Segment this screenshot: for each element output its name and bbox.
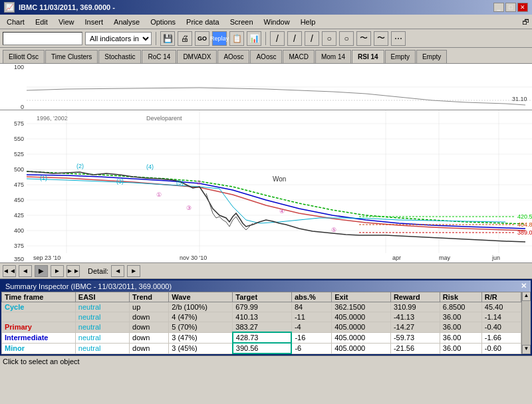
nav-prev[interactable]: ◄ (19, 265, 32, 277)
svg-text:375: 375 (14, 243, 24, 249)
menu-pricedata[interactable]: Price data (182, 17, 223, 27)
menu-view[interactable]: View (55, 17, 78, 27)
cell-risk: 36.00 (440, 312, 481, 322)
cell-rr: -0.40 (481, 322, 521, 333)
main-chart: 575 550 525 500 475 450 425 400 375 350 … (0, 110, 532, 263)
tab-bar: Elliott Osc Time Clusters Stochastic RoC… (0, 48, 532, 64)
summary-inspector: Summary Inspector (IBMC - 11/03/2011, 36… (0, 279, 532, 355)
line-tool[interactable]: / (270, 31, 285, 46)
indicator-dropdown[interactable]: All indicators in (85, 32, 152, 45)
menu-insert[interactable]: Insert (81, 17, 108, 27)
print-button[interactable]: 🖨 (178, 31, 192, 46)
minimize-button[interactable]: _ (493, 3, 504, 12)
close-button[interactable]: ✕ (517, 3, 528, 12)
line-tool-2[interactable]: / (287, 31, 302, 46)
svg-text:⑤: ⑤ (331, 227, 336, 233)
svg-text:425: 425 (14, 212, 24, 219)
wave-tool[interactable]: 〜 (356, 31, 371, 46)
cell-exit: 405.0000 (332, 343, 391, 354)
more-tool[interactable]: ⋯ (391, 31, 406, 46)
menu-edit[interactable]: Edit (31, 17, 52, 27)
cell-exit: 405.0000 (332, 322, 391, 333)
tab-empty2[interactable]: Empty (416, 50, 447, 63)
nav-first[interactable]: ◄◄ (3, 265, 16, 277)
menu-window[interactable]: Window (260, 17, 294, 27)
cell-trend: down (130, 322, 169, 333)
tab-time-clusters[interactable]: Time Clusters (45, 50, 98, 63)
wave-tool-2[interactable]: 〜 (374, 31, 388, 46)
nav-last[interactable]: ►► (66, 265, 80, 277)
col-header-rr: R/R (481, 292, 521, 302)
search-input[interactable] (3, 32, 82, 45)
window-controls: _ □ ✕ (493, 3, 528, 12)
svg-text:350: 350 (14, 256, 24, 262)
menu-screen[interactable]: Screen (226, 17, 257, 27)
col-header-reward: Reward (390, 292, 440, 302)
svg-text:nov 30 '10: nov 30 '10 (180, 254, 207, 261)
scrollbar-down[interactable]: ▼ (522, 345, 531, 354)
rsi-chart: 100 0 31.10 (0, 64, 532, 110)
cell-risk: 36.00 (440, 322, 481, 333)
cell-target: 428.73 (233, 332, 292, 343)
nav-play[interactable]: ▶ (35, 265, 48, 277)
cell-wave: 3 (45%) (169, 343, 233, 354)
replay-button[interactable]: Replay (212, 31, 227, 46)
svg-text:(5): (5) (176, 179, 184, 186)
svg-text:550: 550 (14, 136, 24, 142)
rsi-chart-svg: 100 0 31.10 (0, 64, 532, 110)
cell-reward: -59.73 (390, 332, 440, 343)
circle-tool[interactable]: ○ (322, 31, 336, 46)
svg-text:0: 0 (21, 104, 24, 110)
svg-text:③: ③ (186, 205, 192, 211)
svg-text:400: 400 (14, 227, 24, 234)
inspector-close-button[interactable]: ✕ (521, 282, 527, 290)
menu-analyse[interactable]: Analyse (110, 17, 144, 27)
menu-help[interactable]: Help (297, 17, 320, 27)
svg-text:31.10: 31.10 (512, 96, 527, 102)
table-row: Intermediate neutral down 3 (47%) 428.73… (2, 332, 521, 343)
tab-roc14[interactable]: RoC 14 (142, 50, 176, 63)
menu-chart[interactable]: Chart (3, 17, 29, 27)
ellipse-tool[interactable]: ○ (339, 31, 354, 46)
menu-options[interactable]: Options (146, 17, 180, 27)
svg-text:④: ④ (279, 208, 285, 215)
cell-wave: 4 (47%) (169, 312, 233, 322)
copy-button[interactable]: 📋 (229, 31, 244, 46)
cell-target: 410.13 (233, 312, 292, 322)
svg-text:475: 475 (14, 181, 24, 188)
cell-risk: 6.8500 (440, 302, 481, 312)
tab-aoosc2[interactable]: AOosc (250, 50, 282, 63)
svg-text:420.58: 420.58 (517, 213, 532, 220)
cell-risk: 36.00 (440, 343, 481, 354)
cell-wave: 2/b (100%) (169, 302, 233, 312)
cell-reward: -21.56 (390, 343, 440, 354)
tab-macd[interactable]: MACD (283, 50, 314, 63)
app-icon: 📈 (4, 2, 15, 13)
svg-text:100: 100 (14, 64, 24, 70)
detail-next[interactable]: ► (127, 265, 140, 277)
cell-easi: neutral (75, 343, 129, 354)
cell-rr: -1.66 (481, 332, 521, 343)
restore-icon[interactable]: 🗗 (522, 18, 529, 26)
tab-elliott-osc[interactable]: Elliott Osc (3, 50, 45, 63)
go-button[interactable]: GO (195, 31, 209, 46)
svg-text:(3): (3) (116, 178, 124, 185)
svg-text:apr: apr (392, 254, 401, 261)
tab-mom14[interactable]: Mom 14 (315, 50, 351, 63)
nav-next[interactable]: ► (51, 265, 64, 277)
tab-rsi14[interactable]: RSI 14 (352, 50, 384, 63)
line-tool-3[interactable]: / (305, 31, 319, 46)
col-header-timeframe: Time frame (2, 292, 76, 302)
svg-rect-7 (0, 110, 532, 263)
chart-button[interactable]: 📊 (247, 31, 261, 46)
tab-stochastic[interactable]: Stochastic (98, 50, 141, 63)
tab-dmvadx[interactable]: DMVADX (177, 50, 217, 63)
tab-aoosc[interactable]: AOosc (217, 50, 249, 63)
cell-abs: -11 (291, 312, 331, 322)
scrollbar-up[interactable]: ▲ (522, 292, 531, 301)
save-button[interactable]: 💾 (160, 31, 175, 46)
detail-prev[interactable]: ◄ (111, 265, 124, 277)
maximize-button[interactable]: □ (505, 3, 516, 12)
svg-text:575: 575 (14, 120, 24, 127)
tab-empty1[interactable]: Empty (385, 50, 416, 63)
